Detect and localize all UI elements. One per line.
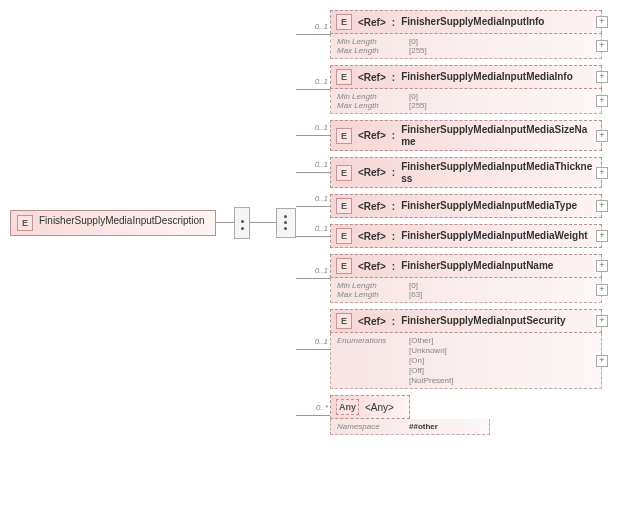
enum-value: [On] [409, 356, 453, 365]
expand-icon[interactable]: + [596, 200, 608, 212]
any-badge: Any [336, 399, 359, 415]
schema-diagram: E FinisherSupplyMediaInputDescription 0.… [10, 10, 618, 435]
element-badge: E [336, 228, 352, 244]
enum-value: [Unknown] [409, 346, 453, 355]
occurrence-label: 0..1 [315, 77, 328, 86]
occurrence-label: 0..* [316, 403, 328, 412]
expand-icon[interactable]: + [596, 355, 608, 367]
expand-icon[interactable]: + [596, 95, 608, 107]
branch-connector: 0..1 [296, 34, 330, 35]
type-name: FinisherSupplyMediaInputMediaThickness [401, 161, 596, 184]
expand-icon[interactable]: + [596, 130, 608, 142]
child-element-wrap: E<Ref>:FinisherSupplyMediaInputName+Min … [330, 254, 602, 303]
ref-label: <Ref> [358, 316, 386, 327]
children-container: 0..1E<Ref>:FinisherSupplyMediaInputInfo+… [296, 10, 602, 435]
element-badge: E [17, 215, 33, 231]
child-element: E<Ref>:FinisherSupplyMediaInputMediaInfo… [330, 65, 602, 89]
child-element: E<Ref>:FinisherSupplyMediaInputMediaSize… [330, 120, 602, 151]
branch-connector: 0..* [296, 415, 330, 416]
child-element-wrap: E<Ref>:FinisherSupplyMediaInputMediaInfo… [330, 65, 602, 114]
enum-value: [Other] [409, 336, 453, 345]
expand-icon[interactable]: + [596, 167, 608, 179]
expand-icon[interactable]: + [596, 71, 608, 83]
type-name: FinisherSupplyMediaInputInfo [401, 16, 544, 28]
enum-value: [Off] [409, 366, 453, 375]
branch-connector: 0..1 [296, 236, 330, 237]
type-name: FinisherSupplyMediaInputMediaType [401, 200, 577, 212]
expand-icon[interactable]: + [596, 230, 608, 242]
facet-value: [0] [409, 281, 418, 290]
child-row-any: 0..*Any<Any>Namespace##other [296, 395, 602, 435]
root-element-label: FinisherSupplyMediaInputDescription [39, 215, 209, 227]
connector [250, 222, 276, 223]
element-badge: E [336, 14, 352, 30]
element-badge: E [336, 128, 352, 144]
facet-key: Max Length [337, 290, 399, 299]
any-element: Any<Any> [330, 395, 410, 419]
branch-connector: 0..1 [296, 278, 330, 279]
child-row: 0..1E<Ref>:FinisherSupplyMediaInputMedia… [296, 224, 602, 248]
occurrence-label: 0..1 [315, 337, 328, 346]
facet-value: ##other [409, 422, 438, 431]
child-element: E<Ref>:FinisherSupplyMediaInputMediaWeig… [330, 224, 602, 248]
facets-box: Min Length[0]Max Length[63]+ [330, 278, 602, 303]
ref-label: <Ref> [358, 201, 386, 212]
facet-value: [255] [409, 46, 427, 55]
expand-icon[interactable]: + [596, 284, 608, 296]
child-row: 0..1E<Ref>:FinisherSupplyMediaInputMedia… [296, 194, 602, 218]
sequence-compositor [234, 207, 250, 239]
facet-key: Min Length [337, 92, 399, 101]
facet-value: [0] [409, 92, 418, 101]
occurrence-label: 0..1 [315, 194, 328, 203]
branch-connector: 0..1 [296, 135, 330, 136]
type-name: FinisherSupplyMediaInputName [401, 260, 553, 272]
facet-value: [0] [409, 37, 418, 46]
facet-key: Min Length [337, 281, 399, 290]
child-element-wrap: E<Ref>:FinisherSupplyMediaInputMediaWeig… [330, 224, 602, 248]
any-label: <Any> [365, 402, 394, 413]
child-element-wrap: E<Ref>:FinisherSupplyMediaInputMediaThic… [330, 157, 602, 188]
occurrence-label: 0..1 [315, 160, 328, 169]
facet-key: Max Length [337, 101, 399, 110]
branch-connector: 0..1 [296, 206, 330, 207]
ref-label: <Ref> [358, 17, 386, 28]
facet-key: Max Length [337, 46, 399, 55]
child-row: 0..1E<Ref>:FinisherSupplyMediaInputSecur… [296, 309, 602, 389]
facet-key: Namespace [337, 422, 399, 431]
child-row: 0..1E<Ref>:FinisherSupplyMediaInputInfo+… [296, 10, 602, 59]
colon: : [392, 72, 395, 83]
colon: : [392, 167, 395, 178]
type-name: FinisherSupplyMediaInputSecurity [401, 315, 565, 327]
facets-box: Min Length[0]Max Length[255]+ [330, 89, 602, 114]
colon: : [392, 17, 395, 28]
child-element: E<Ref>:FinisherSupplyMediaInputSecurity+ [330, 309, 602, 333]
child-element-wrap: E<Ref>:FinisherSupplyMediaInputMediaSize… [330, 120, 602, 151]
branch-connector: 0..1 [296, 89, 330, 90]
child-element-wrap: E<Ref>:FinisherSupplyMediaInputMediaType… [330, 194, 602, 218]
occurrence-label: 0..1 [315, 22, 328, 31]
child-element-wrap: Any<Any>Namespace##other [330, 395, 490, 435]
facet-key: Enumerations [337, 336, 399, 385]
child-row: 0..1E<Ref>:FinisherSupplyMediaInputName+… [296, 254, 602, 303]
root-element: E FinisherSupplyMediaInputDescription [10, 210, 216, 236]
child-element: E<Ref>:FinisherSupplyMediaInputInfo+ [330, 10, 602, 34]
branch-connector: 0..1 [296, 172, 330, 173]
occurrence-label: 0..1 [315, 123, 328, 132]
expand-icon[interactable]: + [596, 40, 608, 52]
colon: : [392, 316, 395, 327]
child-row: 0..1E<Ref>:FinisherSupplyMediaInputMedia… [296, 120, 602, 151]
occurrence-label: 0..1 [315, 224, 328, 233]
expand-icon[interactable]: + [596, 16, 608, 28]
type-name: FinisherSupplyMediaInputMediaInfo [401, 71, 573, 83]
element-badge: E [336, 69, 352, 85]
type-name: FinisherSupplyMediaInputMediaSizeName [401, 124, 596, 147]
ref-label: <Ref> [358, 72, 386, 83]
expand-icon[interactable]: + [596, 260, 608, 272]
element-badge: E [336, 198, 352, 214]
colon: : [392, 201, 395, 212]
colon: : [392, 231, 395, 242]
facets-box: Namespace##other [330, 419, 490, 435]
connector [216, 222, 234, 223]
expand-icon[interactable]: + [596, 315, 608, 327]
enum-value: [NotPresent] [409, 376, 453, 385]
